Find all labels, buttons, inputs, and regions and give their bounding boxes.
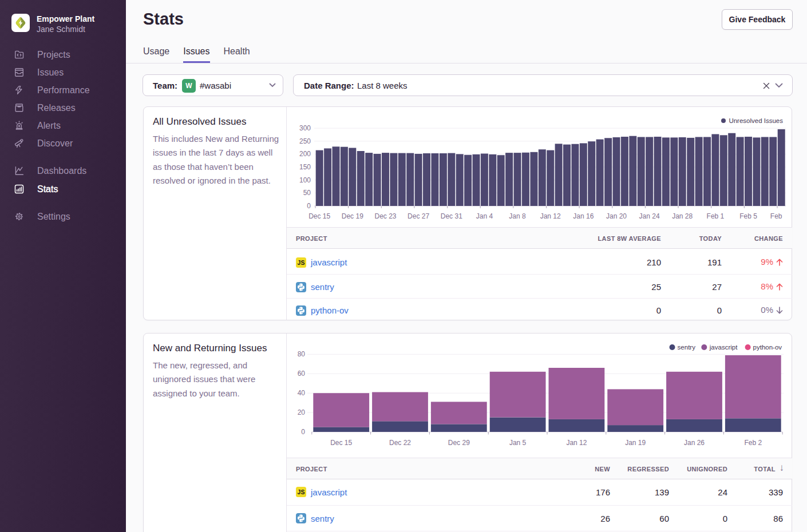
svg-text:50: 50 [303, 189, 311, 197]
svg-text:Jan 24: Jan 24 [639, 212, 660, 220]
svg-text:Jan 12: Jan 12 [566, 439, 587, 447]
svg-text:javascript: javascript [709, 344, 738, 351]
svg-text:Jan 8: Jan 8 [509, 212, 526, 220]
svg-text:60: 60 [298, 370, 306, 378]
svg-text:Feb 5: Feb 5 [739, 212, 757, 220]
svg-text:Feb 2: Feb 2 [744, 439, 762, 447]
svg-text:200: 200 [299, 150, 311, 158]
svg-text:Jan 28: Jan 28 [672, 212, 693, 220]
svg-text:250: 250 [299, 137, 311, 145]
svg-text:Jan 12: Jan 12 [540, 212, 561, 220]
svg-text:80: 80 [298, 350, 306, 358]
svg-text:Jan 26: Jan 26 [684, 439, 705, 447]
svg-text:Dec 23: Dec 23 [374, 212, 396, 220]
svg-text:0: 0 [307, 202, 311, 210]
svg-text:Feb: Feb [770, 212, 782, 220]
svg-text:Unresolved Issues: Unresolved Issues [729, 117, 783, 124]
svg-text:Jan 20: Jan 20 [606, 212, 627, 220]
svg-text:Dec 19: Dec 19 [342, 212, 363, 220]
svg-text:sentry: sentry [678, 344, 696, 351]
svg-text:20: 20 [298, 408, 306, 416]
svg-text:0: 0 [301, 428, 305, 436]
svg-text:100: 100 [299, 176, 311, 184]
svg-text:40: 40 [298, 389, 306, 397]
svg-text:Dec 31: Dec 31 [441, 212, 462, 220]
svg-text:JS: JS [298, 489, 305, 495]
svg-text:Jan 5: Jan 5 [509, 439, 527, 447]
svg-text:Jan 16: Jan 16 [573, 212, 594, 220]
svg-text:Jan 4: Jan 4 [476, 212, 493, 220]
svg-text:150: 150 [299, 163, 311, 171]
svg-text:Dec 15: Dec 15 [330, 439, 352, 447]
svg-text:python-ov: python-ov [753, 344, 782, 351]
svg-text:Dec 22: Dec 22 [389, 439, 411, 447]
svg-text:300: 300 [299, 124, 311, 132]
svg-text:Feb 1: Feb 1 [707, 212, 725, 220]
svg-text:Jan 19: Jan 19 [625, 439, 646, 447]
svg-text:Dec 27: Dec 27 [408, 212, 429, 220]
svg-text:Dec 29: Dec 29 [448, 439, 470, 447]
svg-text:Dec 15: Dec 15 [308, 212, 330, 220]
svg-text:JS: JS [298, 259, 305, 266]
